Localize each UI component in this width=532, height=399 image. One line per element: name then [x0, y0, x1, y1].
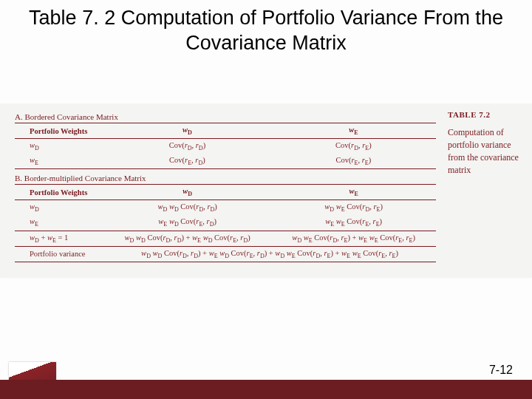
- cell: wE wD Cov(rE, rD): [103, 215, 271, 231]
- table-a-col1: wD: [103, 123, 271, 139]
- row-label: wD + wE = 1: [15, 231, 103, 246]
- cell: wD wD Cov(rD, rD) + wE wD Cov(rE, rD) + …: [103, 246, 436, 262]
- table-caption-sidebar: TABLE 7.2 Computation of portfolio varia…: [443, 103, 532, 277]
- row-label: wE: [15, 154, 103, 169]
- table-caption-text: Computation of portfolio variance from t…: [448, 126, 522, 176]
- table-a-header: Portfolio Weights wD wE: [15, 123, 436, 139]
- page-number: 7-12: [489, 364, 513, 377]
- cell: Cov(rE, rD): [103, 154, 271, 169]
- cell: wD wD Cov(rD, rD): [103, 200, 271, 216]
- table-row: wD wD wD Cov(rD, rD) wD wE Cov(rD, rE): [15, 200, 436, 216]
- row-label: wD: [15, 200, 103, 216]
- row-label: wD: [15, 139, 103, 154]
- slide-footer: 7-12: [0, 355, 532, 399]
- table-b-col1: wD: [103, 185, 271, 200]
- table-a-header-label: Portfolio Weights: [15, 123, 103, 139]
- cell: wD wE Cov(rD, rE): [271, 200, 436, 216]
- cell: Cov(rD, rD): [103, 139, 271, 154]
- row-label: wE: [15, 215, 103, 231]
- section-b-heading: B. Border-multiplied Covariance Matrix: [15, 174, 436, 183]
- slide-title: Table 7. 2 Computation of Portfolio Vari…: [0, 0, 532, 59]
- table-row: wE wE wD Cov(rE, rD) wE wE Cov(rE, rE): [15, 215, 436, 231]
- table-b-header-label: Portfolio Weights: [15, 185, 103, 200]
- cell: Cov(rD, rE): [271, 139, 436, 154]
- table-b-col2: wE: [271, 185, 436, 200]
- table-figure: A. Bordered Covariance Matrix Portfolio …: [0, 103, 532, 277]
- footer-bar: [0, 380, 532, 399]
- cell: wD wE Cov(rD, rE) + wE wE Cov(rE, rE): [271, 231, 436, 246]
- cell: wE wE Cov(rE, rE): [271, 215, 436, 231]
- cell: Cov(rE, rE): [271, 154, 436, 169]
- table-row: wE Cov(rE, rD) Cov(rE, rE): [15, 154, 436, 169]
- table-row: wD Cov(rD, rD) Cov(rD, rE): [15, 139, 436, 154]
- table-sum-row: wD + wE = 1 wD wD Cov(rD, rD) + wE wD Co…: [15, 231, 436, 246]
- table-a-col2: wE: [271, 123, 436, 139]
- cell: wD wD Cov(rD, rD) + wE wD Cov(rE, rD): [103, 231, 271, 246]
- table-b-header: Portfolio Weights wD wE: [15, 185, 436, 200]
- table-label: TABLE 7.2: [448, 109, 522, 120]
- table-b: Portfolio Weights wD wE wD wD wD Cov(rD,…: [15, 184, 436, 262]
- row-label: Portfolio variance: [15, 246, 103, 262]
- table-area: A. Bordered Covariance Matrix Portfolio …: [0, 103, 443, 277]
- table-variance-row: Portfolio variance wD wD Cov(rD, rD) + w…: [15, 246, 436, 262]
- section-a-heading: A. Bordered Covariance Matrix: [15, 112, 436, 121]
- table-a: Portfolio Weights wD wE wD Cov(rD, rD) C…: [15, 123, 436, 169]
